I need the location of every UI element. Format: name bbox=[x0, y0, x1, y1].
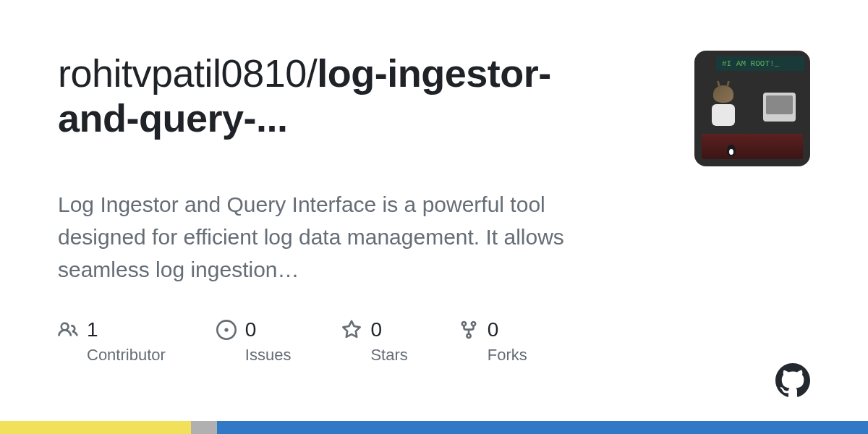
repo-owner: rohitvpatil0810 bbox=[58, 51, 307, 95]
stars-label: Stars bbox=[370, 346, 407, 365]
forks-label: Forks bbox=[488, 346, 527, 365]
stat-stars[interactable]: 0 Stars bbox=[341, 318, 407, 365]
github-logo-icon[interactable] bbox=[775, 363, 810, 398]
stats-row: 1 Contributor 0 Issues 0 Stars bbox=[58, 318, 810, 365]
avatar[interactable]: #I AM ROOT!_ bbox=[694, 51, 810, 166]
repo-separator: / bbox=[307, 51, 318, 95]
repo-card: rohitvpatil0810/log-ingestor-and-query-.… bbox=[0, 0, 868, 434]
fork-icon bbox=[459, 320, 479, 340]
forks-value: 0 bbox=[488, 318, 499, 341]
header-row: rohitvpatil0810/log-ingestor-and-query-.… bbox=[58, 51, 810, 166]
repo-description: Log Ingestor and Query Interface is a po… bbox=[58, 188, 629, 286]
language-segment-gray bbox=[191, 421, 217, 434]
issues-value: 0 bbox=[245, 318, 257, 341]
people-icon bbox=[58, 320, 78, 340]
avatar-banner-text: #I AM ROOT!_ bbox=[716, 56, 804, 71]
avatar-desk bbox=[702, 134, 803, 159]
star-icon bbox=[341, 320, 362, 340]
repo-title[interactable]: rohitvpatil0810/log-ingestor-and-query-.… bbox=[58, 51, 622, 140]
stat-issues[interactable]: 0 Issues bbox=[216, 318, 292, 365]
title-section: rohitvpatil0810/log-ingestor-and-query-.… bbox=[58, 51, 622, 140]
language-segment-blue bbox=[217, 421, 868, 434]
stat-forks[interactable]: 0 Forks bbox=[459, 318, 527, 365]
language-bar bbox=[0, 421, 868, 434]
stars-value: 0 bbox=[370, 318, 382, 341]
avatar-penguin bbox=[727, 145, 736, 156]
issue-icon bbox=[216, 320, 237, 340]
language-segment-yellow bbox=[0, 421, 191, 434]
issues-label: Issues bbox=[245, 346, 292, 365]
avatar-scene bbox=[694, 71, 810, 166]
contributors-label: Contributor bbox=[87, 346, 166, 365]
stat-contributors[interactable]: 1 Contributor bbox=[58, 318, 166, 365]
contributors-value: 1 bbox=[87, 318, 98, 341]
avatar-monitor bbox=[763, 93, 796, 122]
